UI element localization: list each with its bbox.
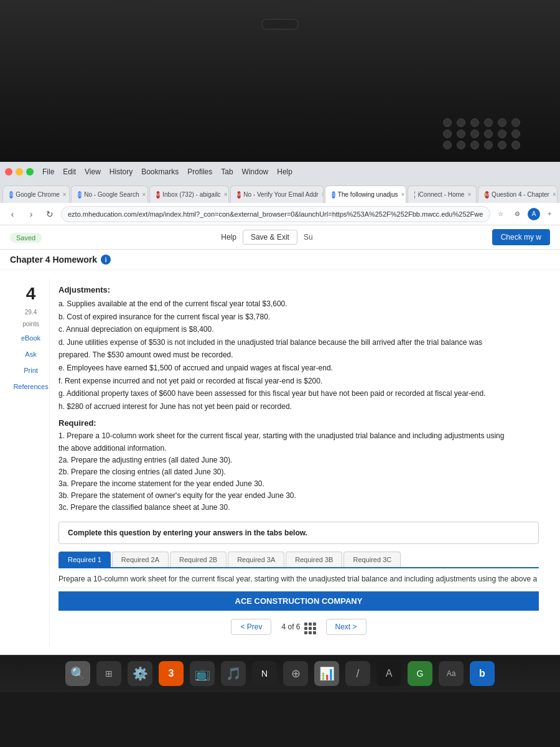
tab-close-unadjusted[interactable]: × xyxy=(401,191,405,198)
tab-favicon-verify: M xyxy=(237,191,241,199)
tab-required-3c[interactable]: Required 3C xyxy=(343,552,401,567)
close-window-btn[interactable] xyxy=(5,168,12,176)
dock-item-3[interactable]: 3 xyxy=(159,661,184,686)
tab-favicon-unadjusted: G xyxy=(332,191,335,199)
bookmark-icon[interactable]: ☆ xyxy=(494,209,507,218)
tab-favicon-iconnect: i xyxy=(414,191,416,199)
menu-window[interactable]: Help xyxy=(277,167,292,176)
required-title: Required: xyxy=(58,418,539,428)
tab-close-google-chrome[interactable]: × xyxy=(63,191,67,198)
dock-n[interactable]: N xyxy=(252,661,277,686)
minimize-window-btn[interactable] xyxy=(16,168,23,176)
references-button[interactable]: References xyxy=(11,381,50,392)
ask-button[interactable]: Ask xyxy=(23,349,38,360)
next-button[interactable]: Next > xyxy=(326,619,366,635)
dock-settings[interactable]: ⚙️ xyxy=(128,661,152,686)
check-my-button[interactable]: Check my w xyxy=(492,229,550,245)
tab-favicon-question4: M xyxy=(485,191,489,199)
answer-tabs: Required 1 Required 2A Required 2B Requi… xyxy=(58,552,539,568)
back-button[interactable]: ‹ xyxy=(5,207,20,222)
req-2b: 2b. Prepare the closing entries (all dat… xyxy=(58,466,539,478)
tab-google-search[interactable]: G No - Google Search × xyxy=(71,186,148,203)
extensions-icon[interactable]: ⚙ xyxy=(511,209,524,218)
points-display: 29.4 xyxy=(25,309,37,316)
refresh-button[interactable]: ↻ xyxy=(42,207,57,222)
dock-tv[interactable]: 📺 xyxy=(190,661,215,686)
traffic-lights xyxy=(5,168,34,176)
tab-google-chrome[interactable]: G Google Chrome × xyxy=(2,186,70,203)
menu-bookmarks[interactable]: Profiles xyxy=(187,167,212,176)
req-1: 1. Prepare a 10-column work sheet for th… xyxy=(58,430,539,442)
menu-edit[interactable]: View xyxy=(85,167,101,176)
adj-g: g. Additional property taxes of $600 hav… xyxy=(58,388,539,400)
forward-button[interactable]: › xyxy=(24,207,39,222)
page-info: 4 of 6 xyxy=(281,619,315,634)
menu-profiles[interactable]: Tab xyxy=(221,167,233,176)
tab-close-verify[interactable]: × xyxy=(322,191,324,198)
new-tab-icon[interactable]: + xyxy=(544,209,555,218)
save-exit-button[interactable]: Save & Exit xyxy=(243,230,297,245)
profile-icon[interactable]: A xyxy=(528,208,540,220)
menu-bar: File Edit View History Bookmarks Profile… xyxy=(42,167,301,176)
adjustments-list: a. Supplies available at the end of the … xyxy=(58,298,539,412)
maximize-window-btn[interactable] xyxy=(26,168,34,176)
menu-file[interactable]: Edit xyxy=(63,167,76,176)
req-3c: 3c. Prepare the classified balance sheet… xyxy=(58,502,539,514)
menu-history[interactable]: Bookmarks xyxy=(141,167,179,176)
req-1-cont: the above additional information. xyxy=(58,443,539,454)
tab-unadjusted[interactable]: G The following unadjus × xyxy=(325,186,406,203)
menu-google-chrome[interactable]: File xyxy=(42,167,54,176)
tab-close-google-search[interactable]: × xyxy=(142,191,146,198)
adj-d-cont: prepared. The $530 amount owed must be r… xyxy=(58,349,539,361)
tab-close-iconnect[interactable]: × xyxy=(467,191,471,198)
address-input[interactable] xyxy=(61,206,490,222)
worksheet-instruction: Prepare a 10-column work sheet for the c… xyxy=(58,568,539,588)
saved-badge: Saved xyxy=(10,233,42,243)
camera-bump xyxy=(261,19,299,30)
dock-launchpad[interactable]: ⊞ xyxy=(96,661,121,686)
dock-finder[interactable]: 🔍 xyxy=(65,661,90,686)
dock-a[interactable]: A xyxy=(376,661,401,686)
complete-box: Complete this question by entering your … xyxy=(58,522,539,544)
tab-required-2b[interactable]: Required 2B xyxy=(170,552,226,567)
dock-slash[interactable]: / xyxy=(345,661,370,686)
saved-area: Saved xyxy=(10,232,42,243)
right-content: Adjustments: a. Supplies available at th… xyxy=(50,279,548,646)
tab-favicon-inbox: M xyxy=(156,191,161,199)
tab-inbox[interactable]: M Inbox (732) - abigailc × xyxy=(149,186,229,203)
ebook-button[interactable]: eBook xyxy=(19,332,42,344)
page-header: Saved Help Save & Exit Su Check my w xyxy=(0,225,560,250)
required-section: Required: 1. Prepare a 10-column work sh… xyxy=(58,418,539,514)
tab-close-question4[interactable]: × xyxy=(553,191,556,198)
tab-iconnect[interactable]: i iConnect - Home × xyxy=(408,186,477,203)
prev-button[interactable]: < Prev xyxy=(231,619,271,635)
ace-banner: ACE CONSTRUCTION COMPANY xyxy=(58,591,539,611)
tab-required-1[interactable]: Required 1 xyxy=(58,552,111,567)
dock-chart[interactable]: 📊 xyxy=(314,661,339,686)
menu-view[interactable]: History xyxy=(110,167,133,176)
tab-favicon-google-chrome: G xyxy=(9,191,13,199)
menu-tab[interactable]: Window xyxy=(242,167,269,176)
adj-d: d. June utilities expense of $530 is not… xyxy=(58,337,539,349)
tab-close-inbox[interactable]: × xyxy=(224,191,228,198)
tab-required-3a[interactable]: Required 3A xyxy=(228,552,284,567)
help-label[interactable]: Help xyxy=(221,233,236,242)
required-list: 1. Prepare a 10-column work sheet for th… xyxy=(58,430,539,514)
tab-required-2a[interactable]: Required 2A xyxy=(112,552,169,567)
laptop-top xyxy=(0,0,560,162)
tab-required-3b[interactable]: Required 3B xyxy=(286,552,342,567)
tab-question4[interactable]: M Question 4 - Chapter × xyxy=(478,186,558,203)
dock-g[interactable]: G xyxy=(408,661,432,686)
dock-bar: 🔍 ⊞ ⚙️ 3 📺 🎵 N ⊕ 📊 / A G Aa b xyxy=(0,655,560,692)
adjustments-title: Adjustments: xyxy=(58,285,539,294)
print-button[interactable]: Print xyxy=(22,365,40,376)
dock-b[interactable]: b xyxy=(470,661,495,686)
dock-music[interactable]: 🎵 xyxy=(221,661,246,686)
chapter-info-icon[interactable]: i xyxy=(101,255,111,265)
chapter-title-area: Chapter 4 Homework i xyxy=(10,255,111,265)
dock-aa[interactable]: Aa xyxy=(439,661,464,686)
dock-plus[interactable]: ⊕ xyxy=(283,661,308,686)
grid-icon xyxy=(304,619,316,634)
tab-verify-email[interactable]: M No - Verify Your Email Addr × xyxy=(230,186,324,203)
content-wrapper: 4 29.4 points eBook Ask Print References… xyxy=(12,279,548,646)
